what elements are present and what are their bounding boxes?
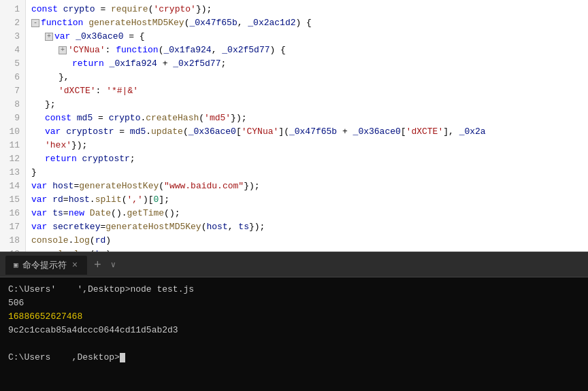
fn-token: log: [74, 248, 89, 252]
punct-token: =: [100, 220, 105, 234]
punct-token: (: [159, 180, 164, 193]
str-token: 'hex': [45, 139, 71, 152]
punct-token: ];: [159, 193, 169, 207]
obj-token: host: [69, 193, 90, 207]
code-line: const md5 = crypto.createHash('md5'});: [31, 112, 583, 125]
str-token: 'CYNua': [68, 44, 105, 57]
fold-indicator[interactable]: -: [31, 19, 39, 27]
punct-token: [: [236, 125, 242, 139]
obj-token: _0x36ace0: [76, 30, 123, 44]
punct-token: });: [244, 180, 259, 193]
line-number: 4: [0, 44, 25, 57]
line-number: 10: [0, 125, 25, 139]
obj-token: cryptostr: [82, 152, 130, 166]
code-line: console.log(rd): [31, 234, 583, 248]
fn-token: console: [31, 248, 69, 252]
punct-token: =: [93, 112, 108, 125]
kw-token: var: [45, 125, 66, 139]
code-line: var ts=new Date().getTime();: [31, 207, 583, 220]
punct-token: (: [284, 125, 289, 139]
fn-token: generateHostMD5Key: [105, 220, 201, 234]
line-number: 5: [0, 57, 25, 71]
fn-token: update: [151, 125, 183, 139]
punct-token: +: [337, 125, 353, 139]
line-number: 17: [0, 220, 25, 234]
code-line: }: [31, 166, 583, 180]
obj-token: crypto: [63, 3, 95, 16]
punct-token: });: [231, 112, 246, 125]
punct-token: .: [69, 248, 74, 252]
str-token: 'CYNua': [242, 125, 279, 139]
punct-token: ): [105, 248, 111, 252]
punct-token: ,: [228, 220, 239, 234]
punct-token: ();: [164, 207, 180, 220]
kw-token: return: [72, 57, 110, 71]
punct-token: ) {: [296, 16, 312, 30]
punct-token: }: [31, 166, 37, 180]
tab-chevron-button[interactable]: ∨: [108, 260, 118, 270]
terminal-line: 9c2c1ccab85a4dccc0644cd11d5ab2d3: [8, 324, 580, 337]
line-number: 7: [0, 84, 25, 98]
fold-indicator[interactable]: +: [59, 46, 67, 54]
str-token: 'crypto': [153, 3, 195, 16]
obj-token: crypto: [109, 112, 141, 125]
code-content[interactable]: const crypto = require('crypto'});-funct…: [26, 0, 588, 252]
obj-token: host: [52, 180, 74, 193]
punct-token: ,: [238, 16, 248, 30]
str-token: 'md5': [204, 112, 231, 125]
line-number: 2: [0, 16, 25, 30]
punct-token: ;: [130, 152, 135, 166]
punct-token: .: [69, 234, 74, 248]
tab-add-button[interactable]: +: [90, 259, 105, 271]
code-line: },: [31, 71, 583, 84]
punct-token: =: [63, 193, 69, 207]
terminal-line: 506: [8, 296, 580, 310]
fold-indicator[interactable]: +: [45, 33, 53, 41]
code-line: console.log(ts): [31, 248, 583, 252]
terminal-body[interactable]: C:\Users' ',Desktop>node test.js50616886…: [0, 277, 588, 391]
terminal-tab-close[interactable]: ×: [71, 260, 79, 271]
terminal-tab-label: 命令提示符: [22, 259, 67, 271]
code-line: var rd=host.split(',')[0];: [31, 193, 583, 207]
num-token: 0: [154, 193, 159, 207]
code-line: const crypto = require('crypto'});: [31, 3, 583, 16]
param-token: _0x2ac1d2: [248, 16, 295, 30]
punct-token: (: [122, 193, 127, 207]
code-line: var cryptostr = md5.update(_0x36ace0['CY…: [31, 125, 583, 139]
kw-token: const: [45, 112, 77, 125]
terminal-tab-cmd[interactable]: ▣ 命令提示符 ×: [5, 256, 87, 275]
code-line: return cryptostr;: [31, 152, 583, 166]
fn-token: require: [111, 3, 148, 16]
obj-token: cryptostr: [66, 125, 114, 139]
punct-token: ): [105, 234, 111, 248]
line-number: 13: [0, 166, 25, 180]
code-line: -function generateHostMD5Key(_0x47f65b, …: [31, 16, 583, 30]
punct-token: =: [95, 3, 111, 16]
punct-token: [: [401, 125, 406, 139]
line-number: 3: [0, 30, 25, 44]
line-number: 1: [0, 3, 25, 16]
str-token: '*#|&': [106, 84, 138, 98]
param-token: _0x2f5d77: [222, 44, 270, 57]
obj-token: _0x47f65b: [289, 125, 337, 139]
punct-token: });: [196, 3, 212, 16]
terminal-cursor: [120, 353, 125, 362]
kw-token: var: [31, 207, 52, 220]
obj-token: rd: [95, 234, 106, 248]
fn-token: Date: [90, 207, 111, 220]
punct-token: },: [59, 71, 69, 84]
obj-token: _0x36ace0: [189, 125, 236, 139]
app-container: 1234567891011121314151617181920 const cr…: [0, 0, 588, 391]
obj-token: _0x2f5d77: [173, 57, 220, 71]
str-token: 'dXCTE': [406, 125, 444, 139]
punct-token: (: [90, 248, 95, 252]
fn-token: getTime: [127, 207, 164, 220]
line-number: 14: [0, 180, 25, 193]
punct-token: .: [140, 112, 146, 125]
obj-token: _0x2a: [459, 125, 486, 139]
code-line: +'CYNua': function(_0x1fa924, _0x2f5d77)…: [31, 44, 583, 57]
terminal-line: [8, 337, 580, 351]
param-token: _0x47f65b: [189, 16, 237, 30]
punct-token: ;: [220, 57, 226, 71]
terminal-tab-icon: ▣: [14, 260, 18, 269]
